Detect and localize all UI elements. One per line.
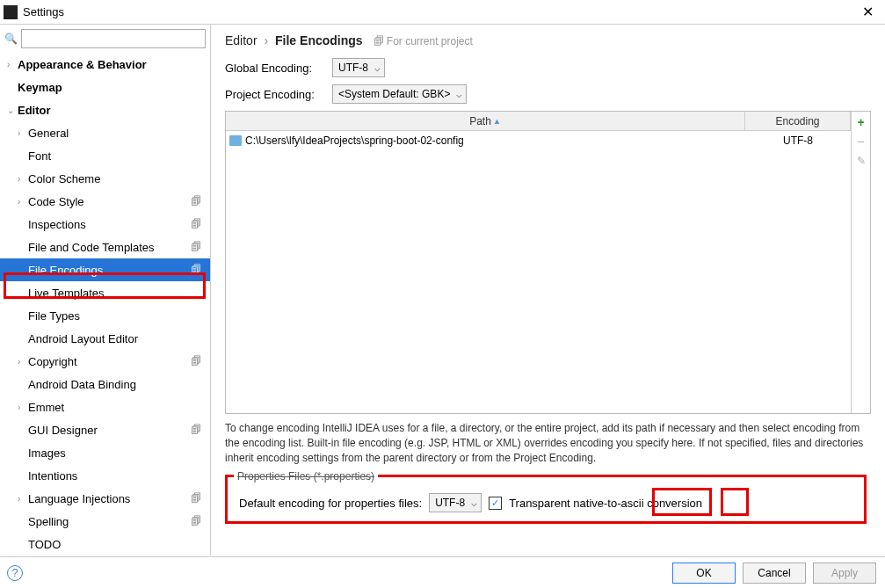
- sidebar-item-label: Android Data Binding: [28, 378, 210, 391]
- sidebar-item-label: Android Layout Editor: [28, 332, 210, 345]
- sidebar-item-copyright[interactable]: ›Copyright🗐: [0, 350, 210, 373]
- project-scope-icon: 🗐: [191, 355, 201, 367]
- properties-section: Properties Files (*.properties) Default …: [225, 477, 871, 521]
- chevron-right-icon: ›: [264, 33, 268, 47]
- table-toolbar: + − ✎: [851, 112, 870, 413]
- expand-icon: ›: [18, 403, 28, 412]
- sidebar-item-language-injections[interactable]: ›Language Injections🗐: [0, 487, 210, 510]
- close-icon[interactable]: ✕: [850, 4, 885, 20]
- table-row[interactable]: C:\Users\lfy\IdeaProjects\spring-boot-02…: [226, 131, 851, 150]
- sidebar-item-label: Appearance & Behavior: [18, 58, 210, 71]
- sidebar-item-file-types[interactable]: File Types: [0, 304, 210, 327]
- dialog-footer: ? OK Cancel Apply: [0, 556, 885, 588]
- sidebar-item-file-encodings[interactable]: File Encodings🗐: [0, 258, 210, 281]
- global-encoding-label: Global Encoding:: [225, 62, 322, 75]
- breadcrumb-current: File Encodings: [275, 33, 363, 47]
- sidebar-item-label: Emmet: [28, 401, 210, 414]
- cancel-button[interactable]: Cancel: [743, 563, 806, 584]
- encoding-cell[interactable]: UTF-8: [745, 134, 851, 147]
- col-encoding[interactable]: Encoding: [745, 112, 851, 130]
- sidebar-item-android-data-binding[interactable]: Android Data Binding: [0, 373, 210, 396]
- transparent-ascii-checkbox[interactable]: ✓: [489, 497, 502, 510]
- apply-button[interactable]: Apply: [813, 563, 876, 584]
- encoding-table: Path▲ Encoding C:\Users\lfy\IdeaProjects…: [225, 111, 871, 414]
- expand-icon: ›: [18, 197, 28, 207]
- expand-icon: ›: [18, 357, 28, 367]
- remove-button[interactable]: −: [854, 134, 868, 149]
- project-encoding-label: Project Encoding:: [225, 88, 322, 101]
- sidebar-item-android-layout-editor[interactable]: Android Layout Editor: [0, 327, 210, 350]
- sidebar-item-color-scheme[interactable]: ›Color Scheme: [0, 167, 210, 190]
- sidebar-item-images[interactable]: Images: [0, 441, 210, 464]
- search-input[interactable]: [21, 29, 206, 48]
- path-cell: C:\Users\lfy\IdeaProjects\spring-boot-02…: [245, 134, 464, 147]
- properties-legend: Properties Files (*.properties): [234, 470, 378, 483]
- sidebar-item-label: Copyright: [28, 355, 191, 368]
- sidebar-item-label: Images: [28, 446, 210, 460]
- help-text: To change encoding IntelliJ IDEA uses fo…: [225, 421, 871, 465]
- sidebar-item-gui-designer[interactable]: GUI Designer🗐: [0, 418, 210, 441]
- project-scope-icon: 🗐: [191, 195, 201, 207]
- sidebar-item-label: General: [28, 127, 210, 140]
- expand-icon: ›: [18, 128, 28, 138]
- sidebar-item-inspections[interactable]: Inspections🗐: [0, 213, 210, 236]
- transparent-ascii-label: Transparent native-to-ascii conversion: [509, 497, 702, 510]
- project-scope-icon: 🗐: [191, 264, 201, 276]
- sidebar-item-label: GUI Designer: [28, 424, 191, 437]
- sidebar-item-label: File Types: [28, 309, 210, 323]
- scope-hint: 🗐 For current project: [374, 35, 473, 47]
- sidebar-item-general[interactable]: ›General: [0, 121, 210, 144]
- sidebar-item-label: Spelling: [28, 515, 191, 528]
- search-icon: 🔍: [4, 33, 18, 45]
- sidebar-item-file-and-code-templates[interactable]: File and Code Templates🗐: [0, 236, 210, 258]
- project-scope-icon: 🗐: [191, 492, 201, 505]
- sidebar-item-appearance-behavior[interactable]: ›Appearance & Behavior: [0, 53, 210, 76]
- expand-icon: ›: [18, 174, 28, 184]
- sidebar-item-label: File and Code Templates: [28, 241, 191, 254]
- sidebar-item-live-templates[interactable]: Live Templates: [0, 281, 210, 304]
- project-encoding-select[interactable]: <System Default: GBK>: [332, 84, 467, 104]
- ok-button[interactable]: OK: [672, 563, 736, 584]
- sidebar-item-label: Code Style: [28, 195, 191, 208]
- window-title: Settings: [23, 5, 850, 18]
- sidebar-item-label: Editor: [18, 104, 210, 117]
- edit-button[interactable]: ✎: [854, 154, 868, 168]
- add-button[interactable]: +: [854, 115, 868, 129]
- table-body: C:\Users\lfy\IdeaProjects\spring-boot-02…: [226, 131, 851, 413]
- global-encoding-select[interactable]: UTF-8: [332, 58, 385, 77]
- sidebar-item-label: TODO: [28, 538, 210, 551]
- sidebar-item-label: Keymap: [18, 81, 210, 94]
- folder-icon: [229, 135, 242, 146]
- sidebar-item-editor[interactable]: ⌄Editor: [0, 98, 210, 121]
- title-bar: Settings ✕: [0, 0, 885, 25]
- sidebar-item-label: Color Scheme: [28, 172, 210, 185]
- sidebar-item-keymap[interactable]: Keymap: [0, 76, 210, 98]
- sidebar-item-spelling[interactable]: Spelling🗐: [0, 510, 210, 533]
- props-encoding-select[interactable]: UTF-8: [429, 493, 482, 512]
- sidebar-item-label: Inspections: [28, 218, 191, 231]
- sidebar-item-label: Font: [28, 149, 210, 163]
- project-scope-icon: 🗐: [191, 218, 201, 230]
- sidebar-item-emmet[interactable]: ›Emmet: [0, 396, 210, 418]
- sidebar-item-label: Live Templates: [28, 287, 210, 300]
- sort-asc-icon: ▲: [493, 117, 501, 126]
- sidebar: 🔍 ›Appearance & BehaviorKeymap⌄Editor›Ge…: [0, 25, 211, 555]
- sidebar-item-label: File Encodings: [28, 264, 191, 277]
- project-scope-icon: 🗐: [191, 241, 201, 253]
- col-path[interactable]: Path▲: [226, 112, 745, 130]
- sidebar-item-code-style[interactable]: ›Code Style🗐: [0, 190, 210, 213]
- breadcrumb-parent[interactable]: Editor: [225, 33, 258, 47]
- breadcrumb: Editor › File Encodings 🗐 For current pr…: [225, 33, 871, 47]
- sidebar-item-todo[interactable]: TODO: [0, 533, 210, 555]
- project-scope-icon: 🗐: [191, 515, 201, 527]
- app-icon: [4, 5, 18, 19]
- project-scope-icon: 🗐: [191, 424, 201, 436]
- expand-icon: ⌄: [7, 105, 18, 115]
- expand-icon: ›: [18, 494, 28, 504]
- settings-tree[interactable]: ›Appearance & BehaviorKeymap⌄Editor›Gene…: [0, 53, 210, 555]
- sidebar-item-intentions[interactable]: Intentions: [0, 464, 210, 487]
- sidebar-item-label: Language Injections: [28, 492, 191, 505]
- help-icon[interactable]: ?: [7, 565, 23, 581]
- sidebar-item-font[interactable]: Font: [0, 144, 210, 167]
- sidebar-item-label: Intentions: [28, 469, 210, 483]
